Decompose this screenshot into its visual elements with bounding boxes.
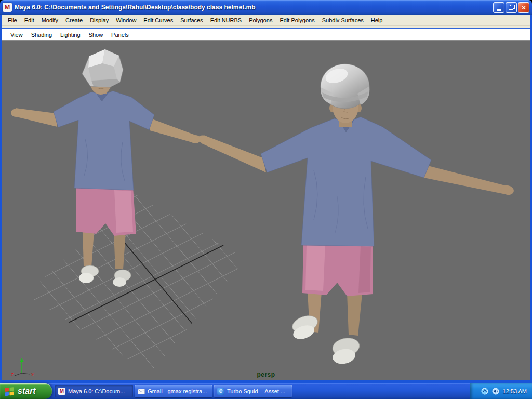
menu-modify[interactable]: Modify (38, 16, 62, 25)
minimize-button[interactable] (493, 2, 504, 13)
desktop-screen: M Maya 6.0: C:\Documents and Settings\Ra… (0, 0, 532, 399)
view-axis-gizmo: z x (9, 355, 35, 377)
panel-menu-shading[interactable]: Shading (27, 30, 56, 39)
taskbar-item-turbosquid[interactable]: e Turbo Squid -- Asset ... (214, 385, 292, 397)
menu-create[interactable]: Create (62, 16, 86, 25)
taskbar-clock: 12:53 AM (503, 388, 527, 394)
character-model-right[interactable] (197, 64, 515, 366)
panel-menu-lighting[interactable]: Lighting (56, 30, 85, 39)
taskbar: start M Maya 6.0: C:\Docum... Gmail - gm… (0, 383, 532, 399)
axis-z-label: z (11, 371, 14, 377)
panel-menubar: View Shading Lighting Show Panels (2, 28, 530, 41)
taskbar-item-gmail[interactable]: Gmail - gmax registra... (135, 385, 212, 397)
window-frame: File Edit Modify Create Display Window E… (0, 15, 532, 383)
start-label: start (18, 387, 36, 396)
maya-app-icon: M (3, 3, 12, 12)
network-icon[interactable] (481, 388, 489, 395)
volume-icon[interactable] (492, 388, 500, 395)
menu-edit[interactable]: Edit (21, 16, 38, 25)
menu-window[interactable]: Window (112, 16, 140, 25)
window-controls: × (493, 2, 529, 13)
restore-button[interactable] (506, 2, 517, 13)
taskbar-item-maya[interactable]: M Maya 6.0: C:\Docum... (55, 385, 133, 397)
main-menubar: File Edit Modify Create Display Window E… (2, 15, 530, 26)
persp-viewport[interactable]: z x persp (2, 41, 530, 380)
panel-menu-panels[interactable]: Panels (107, 30, 133, 39)
menu-file[interactable]: File (4, 16, 21, 25)
taskbar-items: M Maya 6.0: C:\Docum... Gmail - gmax reg… (52, 383, 470, 399)
menu-surfaces[interactable]: Surfaces (177, 16, 206, 25)
menu-edit-polygons[interactable]: Edit Polygons (276, 16, 318, 25)
grid-axes (12, 211, 262, 351)
panel-menu-show[interactable]: Show (85, 30, 108, 39)
menu-edit-curves[interactable]: Edit Curves (140, 16, 177, 25)
menu-polygons[interactable]: Polygons (245, 16, 276, 25)
taskbar-item-label: Gmail - gmax registra... (148, 388, 207, 394)
panel-menu-view[interactable]: View (6, 30, 27, 39)
axis-x-label: x (31, 371, 34, 377)
camera-name-label: persp (257, 371, 275, 378)
taskbar-item-label: Maya 6.0: C:\Docum... (68, 388, 125, 394)
menu-edit-nurbs[interactable]: Edit NURBS (207, 16, 246, 25)
gmail-icon (138, 389, 145, 394)
maya-icon: M (58, 388, 65, 395)
system-tray: 12:53 AM (470, 383, 532, 399)
browser-icon: e (217, 388, 224, 395)
menu-subdiv-surfaces[interactable]: Subdiv Surfaces (318, 16, 367, 25)
window-title: Maya 6.0: C:\Documents and Settings\Rahu… (15, 4, 493, 11)
start-button[interactable]: start (0, 383, 52, 399)
windows-flag-icon (4, 387, 15, 396)
taskbar-item-label: Turbo Squid -- Asset ... (227, 388, 285, 394)
minimize-icon (497, 9, 501, 11)
3d-scene (2, 41, 530, 380)
close-button[interactable]: × (518, 2, 529, 13)
titlebar[interactable]: M Maya 6.0: C:\Documents and Settings\Ra… (0, 0, 532, 15)
character-model-left[interactable] (11, 49, 201, 287)
menu-help[interactable]: Help (367, 16, 387, 25)
menu-display[interactable]: Display (86, 16, 112, 25)
restore-icon (509, 5, 514, 10)
